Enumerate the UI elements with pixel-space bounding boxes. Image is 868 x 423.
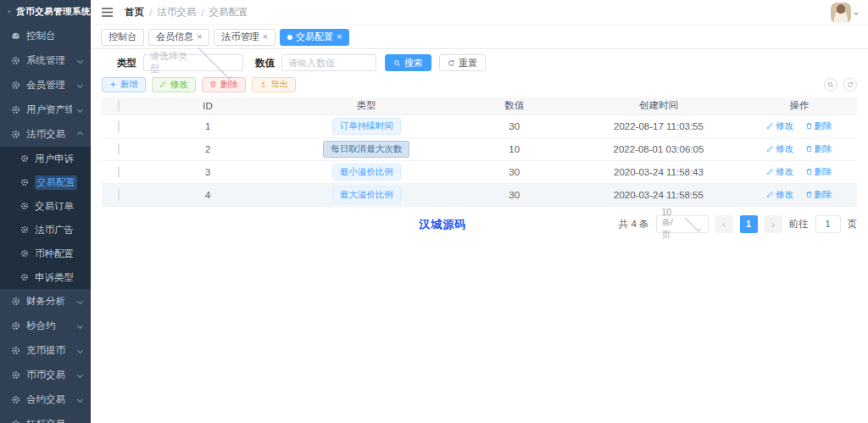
sidebar-item-console[interactable]: 控制台	[0, 24, 91, 48]
row-edit-link[interactable]: 修改	[766, 189, 793, 201]
row-delete-link[interactable]: 删除	[805, 143, 832, 155]
page-size-select[interactable]: 10条/页	[656, 215, 709, 233]
submenu-item-coin-config[interactable]: 币种配置	[0, 242, 91, 265]
type-select[interactable]: 请选择类型	[143, 54, 243, 71]
sidebar-collapse-icon[interactable]	[101, 7, 114, 18]
next-page-button[interactable]: ›	[765, 215, 782, 233]
row-delete-link[interactable]: 删除	[805, 120, 832, 132]
sidebar-item-label: 财务分析	[26, 295, 72, 308]
app-window: 货币交易管理系统 控制台 系统管理 会员管理	[0, 0, 868, 423]
sidebar-item-leverage-trading[interactable]: 杠杆交易	[0, 412, 91, 423]
pencil-icon	[766, 145, 774, 153]
type-tag: 订单持续时间	[332, 118, 401, 135]
tab-label: 控制台	[108, 31, 136, 43]
page-size-value: 10条/页	[662, 207, 681, 241]
add-button-label: 新增	[120, 79, 138, 91]
search-icon	[393, 59, 401, 67]
sidebar-item-spot-trading[interactable]: 币币交易	[0, 363, 91, 387]
sidebar-item-contract-trading[interactable]: 合约交易	[0, 387, 91, 412]
table-row[interactable]: 1 订单持续时间 30 2022-08-17 11:03:55 修改 删除	[102, 114, 857, 137]
refresh-icon	[448, 59, 455, 67]
table-row[interactable]: 2 每日取消最大次数 10 2022-08-01 03:06:05 修改 删除	[102, 137, 857, 160]
breadcrumb-current: 交易配置	[209, 6, 248, 19]
table-row[interactable]: 3 最小溢价比例 30 2020-03-24 11:58:43 修改 删除	[102, 160, 857, 183]
value-input[interactable]	[281, 54, 376, 71]
sidebar-item-label: 控制台	[26, 30, 84, 42]
chevron-down-icon	[77, 82, 83, 88]
submenu-item-trade-orders[interactable]: 交易订单	[0, 194, 91, 218]
user-menu[interactable]	[831, 3, 858, 23]
tab-console[interactable]: 控制台	[101, 29, 144, 46]
tab-member-info[interactable]: 会员信息 ×	[148, 29, 209, 46]
pencil-icon	[766, 168, 774, 175]
prev-page-button[interactable]: ‹	[715, 215, 733, 233]
reset-button[interactable]: 重置	[439, 54, 486, 71]
sidebar-item-user-assets[interactable]: 用户资产统计	[0, 97, 91, 122]
watermark: 汉城源码	[419, 217, 466, 232]
delete-button[interactable]: 删除	[202, 77, 246, 92]
row-edit-link[interactable]: 修改	[766, 143, 793, 155]
close-icon[interactable]: ×	[262, 32, 267, 42]
row-edit-label: 修改	[776, 189, 793, 201]
close-icon[interactable]: ×	[197, 32, 202, 42]
sidebar-item-fiat-trading[interactable]: 法币交易	[0, 122, 91, 147]
submenu-item-fiat-ads[interactable]: 法币广告	[0, 218, 91, 242]
app-logo: 货币交易管理系统	[0, 0, 91, 24]
submenu-item-appeal-types[interactable]: 申诉类型	[0, 265, 91, 289]
sidebar-item-members[interactable]: 会员管理	[0, 73, 91, 97]
row-checkbox[interactable]	[118, 166, 120, 178]
row-checkbox[interactable]	[118, 189, 120, 201]
tab-trade-config[interactable]: 交易配置 ×	[280, 29, 349, 46]
pencil-icon	[159, 81, 167, 88]
add-button[interactable]: 新增	[102, 77, 146, 92]
type-tag: 最小溢价比例	[332, 164, 401, 181]
app-title: 货币交易管理系统	[16, 6, 91, 18]
tab-fiat-management[interactable]: 法币管理 ×	[214, 29, 275, 46]
current-page-button[interactable]: 1	[740, 215, 758, 233]
row-delete-link[interactable]: 删除	[805, 189, 832, 201]
submenu-item-user-appeal[interactable]: 用户申诉	[0, 147, 91, 170]
table-row[interactable]: 4 最大溢价比例 30 2020-03-24 11:58:55 修改 删除	[102, 183, 857, 206]
tab-label: 法币管理	[221, 31, 259, 43]
goto-page-input[interactable]	[815, 215, 841, 233]
edit-button[interactable]: 修改	[152, 77, 196, 92]
trash-icon	[805, 168, 813, 175]
cell-value: 10	[453, 137, 576, 160]
select-all-checkbox[interactable]	[118, 100, 120, 112]
type-label: 类型	[117, 57, 136, 70]
row-delete-label: 删除	[815, 120, 832, 132]
config-table: ID 类型 数值 创建时间 操作 1 订单持续时间 30 2022-08-17 …	[102, 97, 857, 207]
chevron-down-icon	[854, 10, 859, 15]
sidebar-item-label: 合约交易	[26, 393, 72, 406]
sidebar-item-deposit-withdraw[interactable]: 充币提币	[0, 338, 91, 363]
row-checkbox[interactable]	[118, 120, 120, 132]
tab-label: 会员信息	[156, 31, 193, 43]
chevron-down-icon	[77, 107, 83, 113]
toggle-search-button[interactable]	[824, 78, 837, 92]
gear-icon	[11, 81, 20, 90]
trash-icon	[805, 145, 813, 153]
search-form: 类型 请选择类型 数值 搜索 重置	[117, 53, 857, 72]
close-icon[interactable]: ×	[337, 32, 342, 42]
row-edit-link[interactable]: 修改	[766, 120, 793, 132]
search-button[interactable]: 搜索	[385, 54, 431, 71]
avatar[interactable]	[831, 3, 851, 23]
sidebar-item-system[interactable]: 系统管理	[0, 48, 91, 73]
sidebar-item-second-contract[interactable]: 秒合约	[0, 314, 91, 338]
value-label: 数值	[255, 57, 275, 70]
active-dot-icon	[287, 35, 292, 40]
sidebar-item-finance-analysis[interactable]: 财务分析	[0, 289, 91, 314]
row-checkbox[interactable]	[118, 143, 120, 155]
gear-icon	[11, 395, 20, 404]
breadcrumb-home[interactable]: 首页	[125, 6, 144, 19]
export-button[interactable]: 导出	[252, 77, 296, 92]
refresh-table-button[interactable]	[843, 78, 857, 92]
sidebar-item-label: 秒合约	[26, 320, 72, 332]
submenu-item-trade-config[interactable]: 交易配置	[0, 170, 91, 194]
row-edit-link[interactable]: 修改	[766, 166, 793, 178]
submenu-item-label: 交易订单	[35, 200, 91, 213]
page-unit-label: 页	[848, 218, 858, 231]
cell-id: 1	[136, 114, 280, 137]
row-delete-label: 删除	[815, 166, 832, 178]
row-delete-link[interactable]: 删除	[805, 166, 832, 178]
